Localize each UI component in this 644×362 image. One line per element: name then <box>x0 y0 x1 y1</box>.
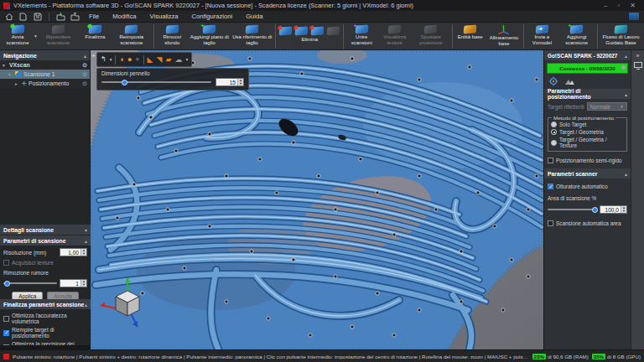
elimina-selezione-libera-icon[interactable] <box>295 26 309 35</box>
close-button[interactable]: ✕ <box>630 0 636 11</box>
selection-dropdown-icon[interactable]: ▾ <box>110 53 112 66</box>
ribbon-entita-base-button[interactable]: Entità base <box>454 23 486 41</box>
visibility-eye-icon[interactable]: ⊙ <box>82 80 87 87</box>
brush-deselect-icon[interactable]: ◥ <box>157 53 163 66</box>
menu-file[interactable]: File <box>84 11 104 23</box>
ribbon-aggiungi-piano-taglio-button[interactable]: Aggiungi piano di taglio <box>188 23 231 46</box>
selection-curve-icon[interactable]: ↰ <box>101 53 106 66</box>
solo-target-radio[interactable] <box>551 122 557 127</box>
scanner-settings-icon[interactable] <box>548 76 559 86</box>
scan-preview-icon[interactable] <box>564 77 575 86</box>
scansione-automatica-checkbox[interactable] <box>548 220 553 226</box>
target-geometria-texture-radio[interactable] <box>551 140 557 146</box>
collapse-chevron-icon[interactable]: ▴ <box>85 238 87 244</box>
ribbon-invia-vxmodel-button[interactable]: Invia a Vxmodel <box>526 23 558 46</box>
collapse-chevron-icon[interactable]: ▴ <box>625 91 627 97</box>
minimize-button[interactable]: – <box>604 0 607 11</box>
visibility-eye-icon[interactable]: ⊙ <box>82 71 87 78</box>
tree-item-scansione-1[interactable]: ▾ Scansione 1 ⊙ <box>0 70 90 79</box>
spinner-arrows-icon[interactable]: ▲▼ <box>237 79 243 85</box>
ribbon-finalizza-button[interactable]: Finalizza <box>79 23 111 41</box>
finalizza-parametri-header[interactable]: Finalizza parametri scansione ▴ <box>0 299 91 309</box>
menu-bar: File Modifica Visualizza Configurazioni … <box>0 11 644 23</box>
riempire-target-checkbox[interactable] <box>3 330 9 336</box>
navigation-panel-header[interactable]: Navigazione ▴ <box>0 50 90 60</box>
brush-size-spinner[interactable]: 15 ▲▼ <box>216 78 244 86</box>
3d-viewport-canvas[interactable] <box>91 50 543 349</box>
collapse-left-panel-icon[interactable]: ◂ <box>91 52 95 59</box>
ram-text: di 90,6 GB (RAM) <box>548 354 589 359</box>
rimozione-rumore-spinner[interactable]: 1 ▲▼ <box>60 279 87 287</box>
surface-select-icon[interactable]: ▰ <box>165 53 171 66</box>
menu-modifica[interactable]: Modifica <box>107 11 141 23</box>
parametri-scansione-header[interactable]: Parametri di scansione ▴ <box>0 235 91 246</box>
elimina-selezione-rettangolo-icon[interactable] <box>279 26 293 35</box>
monitor-icon[interactable] <box>634 62 642 70</box>
crosshair-icon[interactable]: + <box>135 53 139 66</box>
half-sphere-brush-icon[interactable]: ◖ <box>119 53 123 66</box>
new-session-icon[interactable] <box>18 12 29 21</box>
elimina-pennello-icon[interactable] <box>311 26 325 35</box>
ribbon-unire-scansioni-button[interactable]: Unire scansioni <box>345 23 377 46</box>
spinner-arrows-icon[interactable]: ▲▼ <box>621 206 626 213</box>
ribbon-visualizza-texture-button[interactable]: Visualizza texture <box>377 23 412 46</box>
ribbon-allineamento-base-button[interactable]: Allineamento base <box>486 23 522 47</box>
slider-thumb[interactable] <box>4 281 10 287</box>
menu-configurazioni[interactable]: Configurazioni <box>187 11 238 23</box>
ribbon-reimposta-scansione-button[interactable]: Reimposta scansione <box>111 23 152 46</box>
tree-item-posizionamento[interactable]: ▸ ✛ Posizionamento ⊙ <box>0 79 90 88</box>
collapse-chevron-icon[interactable]: ▾ <box>85 227 87 233</box>
avvia-dropdown-icon[interactable]: ▾ <box>34 34 37 39</box>
collapse-chevron-icon[interactable]: ▴ <box>625 53 627 59</box>
scanner-panel-header[interactable]: Go!SCAN SPARK - 9220027 ▴ <box>544 50 631 60</box>
parametri-scanner-header[interactable]: Parametri scanner ▴ <box>544 168 631 178</box>
rimozione-rumore-slider[interactable] <box>3 282 57 284</box>
menu-guida[interactable]: Guida <box>241 11 267 23</box>
expander-icon[interactable]: ▾ <box>3 63 8 68</box>
ribbon-spostare-proiezione-button[interactable]: Spostare proiezione <box>412 23 450 46</box>
target-riflettenti-dropdown[interactable]: Normale ▼ <box>587 102 627 111</box>
brush-size-slider[interactable] <box>101 81 211 83</box>
risoluzione-spinner[interactable]: 1,00 ▲▼ <box>60 248 87 256</box>
import-session-icon[interactable] <box>55 12 66 21</box>
ribbon-avvia-scansione-button[interactable]: Avvia scansione <box>2 23 34 46</box>
ribbon-rimuovi-sfondo-button[interactable]: Rimuovi sfondo <box>156 23 188 46</box>
spinner-arrows-icon[interactable]: ▲▼ <box>80 280 86 287</box>
maximize-button[interactable]: ▫ <box>617 0 620 11</box>
brush-select-icon[interactable]: ◣ <box>148 53 153 66</box>
collapse-chevron-icon[interactable]: ▴ <box>85 302 87 308</box>
slider-thumb[interactable] <box>592 207 598 213</box>
ottimizza-accuratezza-checkbox[interactable] <box>3 316 9 322</box>
expander-icon[interactable]: ▸ <box>15 81 20 86</box>
acquisisci-texture-checkbox[interactable] <box>3 260 9 266</box>
area-scansione-spinner[interactable]: 100,0 ▲▼ <box>600 205 627 214</box>
collapse-chevron-icon[interactable]: ▴ <box>84 53 86 59</box>
3d-viewport[interactable]: ◂ ↰ ▾ ◖ ● + ◣ ◥ ▰ ☁ ▾ Dimensioni pennell… <box>91 50 543 349</box>
slider-thumb[interactable] <box>122 80 127 85</box>
expand-panel-icon[interactable]: » <box>636 53 640 59</box>
save-session-icon[interactable] <box>32 12 43 21</box>
otturatore-automatico-checkbox[interactable] <box>548 184 553 189</box>
area-scansione-slider[interactable] <box>548 209 597 210</box>
posizionamento-semirigido-checkbox[interactable] <box>548 158 553 163</box>
help-badge-icon[interactable] <box>629 13 639 20</box>
target-geometria-radio[interactable] <box>551 129 557 135</box>
tools-dropdown-icon[interactable]: ▾ <box>185 53 188 66</box>
ribbon-flusso-lavoro-button[interactable]: Flusso di Lavoro Guidato Base <box>600 23 642 46</box>
collapse-chevron-icon[interactable]: ▴ <box>625 171 627 177</box>
export-session-icon[interactable] <box>70 12 80 21</box>
elimina-blob-icon[interactable] <box>327 26 340 35</box>
ribbon-aggiungi-scansione-button[interactable]: Aggiungi scansione <box>558 23 595 46</box>
blob-select-icon[interactable]: ☁ <box>174 53 182 66</box>
spinner-arrows-icon[interactable]: ▲▼ <box>80 249 86 256</box>
menu-visualizza[interactable]: Visualizza <box>145 11 184 23</box>
expander-icon[interactable]: ▾ <box>8 72 13 77</box>
home-icon[interactable] <box>3 12 14 21</box>
visibility-eye-icon[interactable]: ⊙ <box>82 62 87 69</box>
sphere-brush-icon[interactable]: ● <box>127 53 132 66</box>
parametri-posizionamento-header[interactable]: Parametri di posizionamento ▴ <box>544 89 631 99</box>
ribbon-usa-riferimento-taglio-button[interactable]: Usa riferimento di taglio <box>231 23 273 46</box>
tree-item-vxscan[interactable]: ▾ VXscan ⊙ <box>0 60 90 70</box>
dettagli-scansione-header[interactable]: Dettagli scansione ▾ <box>0 225 91 235</box>
ribbon-riprendere-scansione-button[interactable]: Riprendere scansione <box>38 23 80 46</box>
